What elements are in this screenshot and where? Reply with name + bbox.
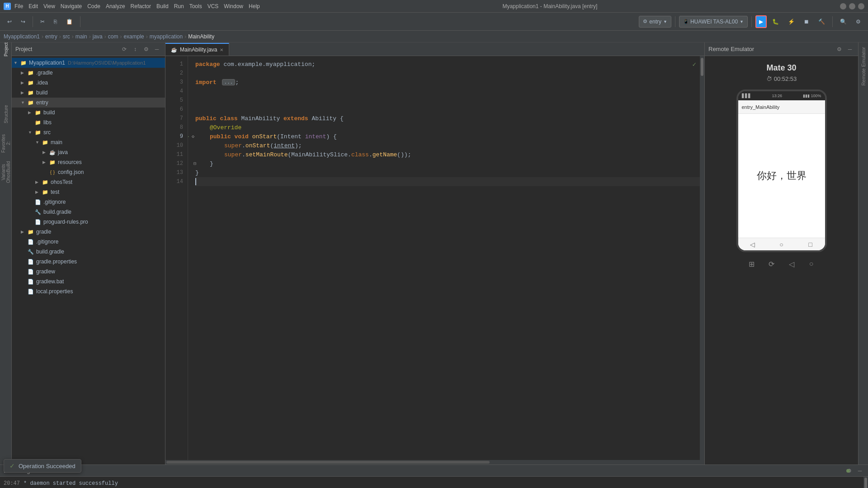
- toolbar-redo-btn[interactable]: ↪: [17, 15, 29, 28]
- tree-gitignore-entry[interactable]: 📄 .gitignore: [12, 197, 165, 207]
- device-power-btn[interactable]: ○: [805, 258, 818, 270]
- settings-panel-btn[interactable]: ⚙: [142, 45, 151, 54]
- breadcrumb-main[interactable]: main: [75, 33, 87, 40]
- stop-button[interactable]: ⏹: [800, 15, 813, 28]
- line-num-5: 5: [165, 96, 188, 105]
- tree-idea[interactable]: ▶ 📁 .idea: [12, 78, 165, 88]
- left-tool-structure[interactable]: Structure: [1, 109, 11, 119]
- menu-vcs[interactable]: VCS: [208, 3, 219, 9]
- nav-back-btn[interactable]: ◁: [747, 239, 758, 250]
- menu-refactor[interactable]: Refactor: [131, 3, 151, 9]
- tree-local-properties[interactable]: 📄 local.properties: [12, 286, 165, 296]
- code-editor[interactable]: 1 2 3 4 5 6 7 8 9 10 11 12 13 14 package…: [165, 56, 704, 460]
- tree-build-gradle-root[interactable]: 🔧 build.gradle: [12, 247, 165, 257]
- tree-resources[interactable]: ▶ 📁 resources: [12, 157, 165, 167]
- build-project-btn[interactable]: 🔨: [815, 15, 829, 28]
- left-tool-project[interactable]: Project: [1, 44, 11, 54]
- search-everywhere-btn[interactable]: 🔍: [836, 15, 850, 28]
- phone-time: 13:26: [772, 94, 782, 98]
- tree-gradle-root[interactable]: ▶ 📁 gradle: [12, 227, 165, 237]
- breadcrumb-src[interactable]: src: [63, 33, 70, 40]
- debug-button[interactable]: 🐛: [769, 15, 783, 28]
- tree-gradle-hidden[interactable]: ▶ 📁 .gradle: [12, 68, 165, 78]
- tree-main[interactable]: ▼ 📁 main: [12, 137, 165, 147]
- collapse-btn[interactable]: ↕: [131, 45, 140, 54]
- minimize-button[interactable]: –: [840, 3, 846, 9]
- breadcrumb-myapplication1[interactable]: Myapplication1: [4, 33, 40, 40]
- menu-file[interactable]: File: [14, 3, 23, 9]
- tree-gradle-properties[interactable]: 📄 gradle.properties: [12, 257, 165, 267]
- nav-recent-btn[interactable]: □: [805, 239, 816, 250]
- menu-code[interactable]: Code: [87, 3, 100, 9]
- tree-ohostest[interactable]: ▶ 📁 ohosTest: [12, 177, 165, 187]
- tree-test[interactable]: ▶ 📁 test: [12, 187, 165, 197]
- breadcrumb-myapp[interactable]: myapplication: [150, 33, 183, 40]
- settings-btn[interactable]: ⚙: [852, 15, 864, 28]
- editor-hscrollbar[interactable]: [165, 460, 704, 465]
- toolbar-undo-btn[interactable]: ↩: [4, 15, 15, 28]
- device-screenshot-btn[interactable]: ⊞: [745, 258, 758, 270]
- menu-run[interactable]: Run: [174, 3, 184, 9]
- tree-java[interactable]: ▶ ☕ java: [12, 147, 165, 157]
- device-back-ctrl-btn[interactable]: ◁: [785, 258, 798, 270]
- code-content[interactable]: package com.example.myapplication; ✓ imp…: [188, 56, 700, 460]
- root-arrow: ▼: [14, 61, 20, 65]
- import-ellipsis-btn[interactable]: ...: [222, 79, 236, 85]
- breadcrumb-java[interactable]: java: [93, 33, 103, 40]
- maximize-button[interactable]: □: [849, 3, 855, 9]
- hide-panel-btn[interactable]: ─: [152, 45, 161, 54]
- sync-btn[interactable]: ⟳: [120, 45, 129, 54]
- remote-hide-btn[interactable]: ─: [845, 45, 854, 54]
- remote-settings-btn[interactable]: ⚙: [835, 45, 844, 54]
- tree-entry-libs[interactable]: 📁 libs: [12, 117, 165, 127]
- tab-close-btn[interactable]: ✕: [220, 47, 223, 52]
- tree-gradlew-bat[interactable]: 📄 gradlew.bat: [12, 277, 165, 286]
- left-tool-buildvariants[interactable]: OhosBuilld Variants: [1, 167, 11, 177]
- nav-home-btn[interactable]: ○: [776, 239, 787, 250]
- tree-entry-build[interactable]: ▶ 📁 build: [12, 108, 165, 117]
- window-controls: – □ ✕: [840, 3, 864, 9]
- close-button[interactable]: ✕: [858, 3, 864, 9]
- editor-scrollbar[interactable]: [700, 56, 704, 460]
- tree-build-root[interactable]: ▶ 📁 build: [12, 88, 165, 98]
- tree-gradlew[interactable]: 📄 gradlew: [12, 267, 165, 277]
- event-log-hide-btn[interactable]: ─: [855, 466, 864, 475]
- phone-nav-bar[interactable]: ◁ ○ □: [738, 238, 825, 250]
- menu-navigate[interactable]: Navigate: [61, 3, 82, 9]
- phone-app-bar: entry_MainAbility: [738, 100, 825, 114]
- run-button[interactable]: ▶: [755, 15, 767, 28]
- menu-help[interactable]: Help: [249, 3, 260, 9]
- tree-entry[interactable]: ▼ 📁 entry: [12, 98, 165, 108]
- editor-area: ☕ MainAbility.java ✕ 1 2 3 4 5 6 7 8 9 1…: [165, 42, 704, 465]
- main-icon: 📁: [42, 139, 49, 146]
- menu-view[interactable]: View: [43, 3, 55, 9]
- toolbar-cut-btn[interactable]: ✂: [37, 15, 48, 28]
- code-line-7: public class MainAbility extends Ability…: [195, 114, 700, 123]
- menu-analyze[interactable]: Analyze: [106, 3, 125, 9]
- toolbar-paste-btn[interactable]: 📋: [62, 15, 76, 28]
- attach-debugger-btn[interactable]: ⚡: [784, 15, 798, 28]
- right-side-tab-emulator[interactable]: Remote Emulator: [860, 44, 867, 89]
- tree-gitignore-root[interactable]: 📄 .gitignore: [12, 237, 165, 247]
- tree-proguard[interactable]: 📄 proguard-rules.pro: [12, 217, 165, 227]
- breadcrumb-com[interactable]: com: [108, 33, 118, 40]
- menu-tools[interactable]: Tools: [189, 3, 202, 9]
- menu-window[interactable]: Window: [224, 3, 243, 9]
- breadcrumb-example[interactable]: example: [123, 33, 144, 40]
- tree-entry-src[interactable]: ▼ 📁 src: [12, 127, 165, 137]
- device-dropdown[interactable]: 📱 HUAWEI TAS-AL00 ▼: [679, 16, 748, 28]
- run-config-dropdown[interactable]: ⚙ entry ▼: [639, 16, 671, 28]
- left-tool-favorites[interactable]: 2: Favorites: [1, 138, 11, 148]
- editor-tab-mainability[interactable]: ☕ MainAbility.java ✕: [165, 43, 229, 56]
- tree-root[interactable]: ▼ 📁 Myapplication1 D:\HarmonyOS\IDE\Myap…: [12, 58, 165, 68]
- menu-build[interactable]: Build: [156, 3, 169, 9]
- device-rotate-btn[interactable]: ⟳: [765, 258, 778, 270]
- tree-build-gradle-entry[interactable]: 🔧 build.gradle: [12, 207, 165, 217]
- log-scrollbar[interactable]: [863, 477, 868, 488]
- tree-config-json[interactable]: { } config.json: [12, 167, 165, 177]
- breadcrumb-mainability[interactable]: MainAbility: [188, 33, 214, 40]
- device-controls: ⊞ ⟳ ◁ ○: [745, 258, 818, 270]
- menu-edit[interactable]: Edit: [28, 3, 38, 9]
- breadcrumb-entry[interactable]: entry: [45, 33, 57, 40]
- toolbar-copy-btn[interactable]: ⎘: [50, 15, 61, 28]
